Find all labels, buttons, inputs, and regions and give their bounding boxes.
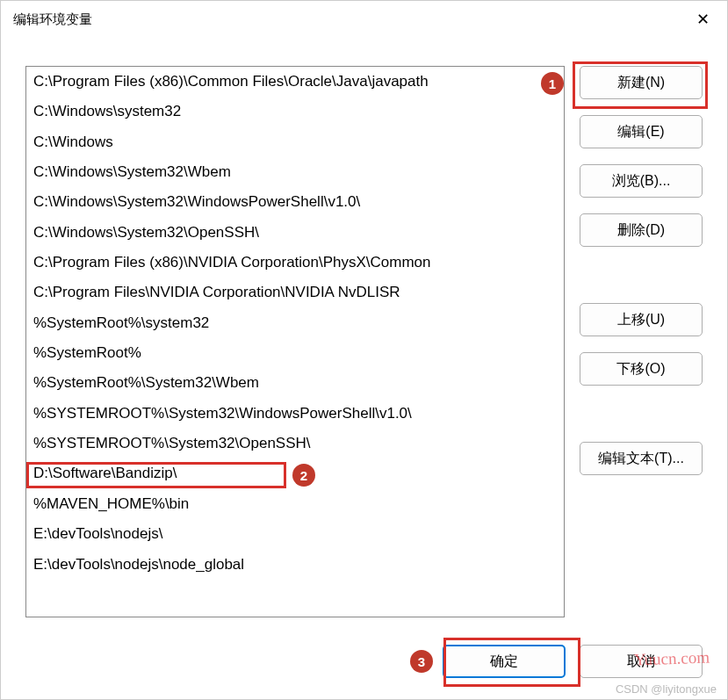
list-item[interactable]: %SystemRoot%\system32 xyxy=(26,308,564,338)
list-item[interactable]: C:\Program Files (x86)\Common Files\Orac… xyxy=(26,67,564,97)
new-button[interactable]: 新建(N) xyxy=(580,66,703,99)
delete-button[interactable]: 删除(D) xyxy=(580,213,703,247)
browse-button[interactable]: 浏览(B)... xyxy=(580,164,703,198)
list-item[interactable]: C:\Windows\system32 xyxy=(26,97,564,126)
list-item[interactable]: E:\devTools\nodejs\ xyxy=(26,519,564,549)
list-item[interactable]: D:\Software\Bandizip\ xyxy=(26,458,564,488)
edit-button[interactable]: 编辑(E) xyxy=(580,115,703,148)
cancel-button[interactable]: 取消 xyxy=(580,645,703,678)
list-item[interactable]: C:\Program Files (x86)\NVIDIA Corporatio… xyxy=(26,248,564,278)
list-item[interactable]: C:\Program Files\NVIDIA Corporation\NVID… xyxy=(26,278,564,307)
path-listbox[interactable]: C:\Program Files (x86)\Common Files\Orac… xyxy=(25,66,565,617)
list-item[interactable]: C:\Windows\System32\WindowsPowerShell\v1… xyxy=(26,187,564,217)
movedown-button[interactable]: 下移(O) xyxy=(580,352,703,386)
moveup-button[interactable]: 上移(U) xyxy=(580,303,703,336)
watermark-credit: CSDN @liyitongxue xyxy=(616,682,717,696)
list-item[interactable]: C:\Windows\System32\OpenSSH\ xyxy=(26,218,564,248)
list-item[interactable]: %SYSTEMROOT%\System32\WindowsPowerShell\… xyxy=(26,399,564,429)
list-item[interactable]: %SYSTEMROOT%\System32\OpenSSH\ xyxy=(26,429,564,458)
list-item[interactable]: C:\Windows xyxy=(26,127,564,157)
list-item[interactable]: E:\devTools\nodejs\node_global xyxy=(26,550,564,580)
list-item[interactable]: C:\Windows\System32\Wbem xyxy=(26,157,564,187)
close-icon[interactable]: ✕ xyxy=(691,8,715,31)
list-item[interactable]: %MAVEN_HOME%\bin xyxy=(26,489,564,519)
edittext-button[interactable]: 编辑文本(T)... xyxy=(580,442,703,475)
window-title: 编辑环境变量 xyxy=(13,11,92,28)
list-item[interactable]: %SystemRoot% xyxy=(26,338,564,368)
annotation-badge: 3 xyxy=(410,650,433,673)
ok-button[interactable]: 确定 xyxy=(443,645,566,678)
list-item[interactable]: %SystemRoot%\System32\Wbem xyxy=(26,368,564,398)
